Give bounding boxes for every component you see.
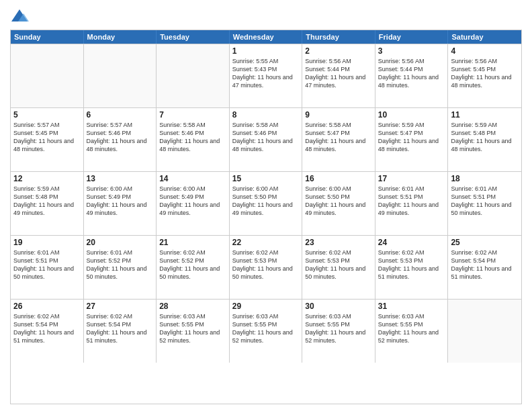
calendar-header-cell: Monday xyxy=(84,30,157,44)
day-number: 5 xyxy=(13,110,81,120)
header xyxy=(10,7,522,26)
day-number: 28 xyxy=(159,302,226,311)
calendar-day-cell: 6Sunrise: 5:57 AMSunset: 5:46 PMDaylight… xyxy=(84,108,157,171)
calendar-week-row: 1Sunrise: 5:55 AMSunset: 5:43 PMDaylight… xyxy=(11,44,521,107)
day-number: 29 xyxy=(232,302,300,311)
day-detail: Sunrise: 6:02 AMSunset: 5:53 PMDaylight:… xyxy=(232,248,300,281)
calendar-body: 1Sunrise: 5:55 AMSunset: 5:43 PMDaylight… xyxy=(11,44,521,363)
calendar-header-cell: Tuesday xyxy=(157,30,230,44)
calendar-day-cell: 11Sunrise: 5:59 AMSunset: 5:48 PMDayligh… xyxy=(448,108,521,171)
day-number: 14 xyxy=(159,174,226,183)
day-number: 13 xyxy=(87,174,154,183)
calendar-day-cell: 18Sunrise: 6:01 AMSunset: 5:51 PMDayligh… xyxy=(448,172,521,235)
calendar-day-cell: 21Sunrise: 6:02 AMSunset: 5:52 PMDayligh… xyxy=(157,236,230,299)
calendar-week-row: 5Sunrise: 5:57 AMSunset: 5:45 PMDaylight… xyxy=(11,107,521,171)
day-number: 1 xyxy=(232,46,300,56)
day-detail: Sunrise: 6:03 AMSunset: 5:55 PMDaylight:… xyxy=(232,312,300,345)
day-number: 18 xyxy=(451,174,519,183)
day-detail: Sunrise: 6:03 AMSunset: 5:55 PMDaylight:… xyxy=(305,312,372,345)
day-detail: Sunrise: 5:56 AMSunset: 5:45 PMDaylight:… xyxy=(451,57,519,90)
day-detail: Sunrise: 6:03 AMSunset: 5:55 PMDaylight:… xyxy=(159,312,226,345)
calendar-day-cell: 19Sunrise: 6:01 AMSunset: 5:51 PMDayligh… xyxy=(11,236,84,299)
day-number: 3 xyxy=(378,46,445,56)
day-detail: Sunrise: 5:57 AMSunset: 5:45 PMDaylight:… xyxy=(13,121,81,154)
day-detail: Sunrise: 6:01 AMSunset: 5:52 PMDaylight:… xyxy=(87,248,154,281)
day-number: 22 xyxy=(232,238,300,247)
day-number: 10 xyxy=(378,110,445,120)
calendar-day-cell: 17Sunrise: 6:01 AMSunset: 5:51 PMDayligh… xyxy=(375,172,449,235)
calendar-day-cell: 13Sunrise: 6:00 AMSunset: 5:49 PMDayligh… xyxy=(84,172,157,235)
calendar-day-cell: 23Sunrise: 6:02 AMSunset: 5:53 PMDayligh… xyxy=(302,236,375,299)
calendar-day-cell: 14Sunrise: 6:00 AMSunset: 5:49 PMDayligh… xyxy=(157,172,230,235)
calendar-day-cell: 24Sunrise: 6:02 AMSunset: 5:53 PMDayligh… xyxy=(375,236,449,299)
day-detail: Sunrise: 5:55 AMSunset: 5:43 PMDaylight:… xyxy=(232,57,300,90)
day-number: 27 xyxy=(87,302,154,311)
day-detail: Sunrise: 6:00 AMSunset: 5:49 PMDaylight:… xyxy=(159,185,226,218)
calendar-day-cell: 8Sunrise: 5:58 AMSunset: 5:46 PMDaylight… xyxy=(230,108,303,171)
calendar-week-row: 26Sunrise: 6:02 AMSunset: 5:54 PMDayligh… xyxy=(11,299,521,363)
calendar-day-cell: 12Sunrise: 5:59 AMSunset: 5:48 PMDayligh… xyxy=(11,172,84,235)
calendar-header-cell: Saturday xyxy=(448,30,521,44)
calendar-day-cell: 27Sunrise: 6:02 AMSunset: 5:54 PMDayligh… xyxy=(84,300,157,363)
calendar-day-cell: 31Sunrise: 6:03 AMSunset: 5:55 PMDayligh… xyxy=(375,300,449,363)
day-number: 4 xyxy=(451,46,519,56)
calendar: SundayMondayTuesdayWednesdayThursdayFrid… xyxy=(10,30,522,404)
calendar-day-cell: 22Sunrise: 6:02 AMSunset: 5:53 PMDayligh… xyxy=(230,236,303,299)
calendar-day-cell: 30Sunrise: 6:03 AMSunset: 5:55 PMDayligh… xyxy=(302,300,375,363)
day-detail: Sunrise: 6:02 AMSunset: 5:53 PMDaylight:… xyxy=(378,248,445,281)
logo-icon xyxy=(10,7,29,26)
day-number: 16 xyxy=(305,174,372,183)
calendar-day-cell: 28Sunrise: 6:03 AMSunset: 5:55 PMDayligh… xyxy=(157,300,230,363)
calendar-header-cell: Wednesday xyxy=(230,30,303,44)
calendar-day-cell: 2Sunrise: 5:56 AMSunset: 5:44 PMDaylight… xyxy=(302,44,375,107)
day-detail: Sunrise: 6:02 AMSunset: 5:52 PMDaylight:… xyxy=(159,248,226,281)
page: SundayMondayTuesdayWednesdayThursdayFrid… xyxy=(0,0,532,411)
day-detail: Sunrise: 5:56 AMSunset: 5:44 PMDaylight:… xyxy=(378,57,445,90)
calendar-header-row: SundayMondayTuesdayWednesdayThursdayFrid… xyxy=(11,30,521,44)
calendar-day-cell: 4Sunrise: 5:56 AMSunset: 5:45 PMDaylight… xyxy=(448,44,521,107)
day-number: 6 xyxy=(87,110,154,120)
day-detail: Sunrise: 5:57 AMSunset: 5:46 PMDaylight:… xyxy=(87,121,154,154)
calendar-day-cell: 10Sunrise: 5:59 AMSunset: 5:47 PMDayligh… xyxy=(375,108,449,171)
day-detail: Sunrise: 5:58 AMSunset: 5:46 PMDaylight:… xyxy=(159,121,226,154)
day-detail: Sunrise: 5:59 AMSunset: 5:48 PMDaylight:… xyxy=(451,121,519,154)
day-number: 21 xyxy=(159,238,226,247)
day-detail: Sunrise: 6:00 AMSunset: 5:49 PMDaylight:… xyxy=(87,185,154,218)
day-number: 20 xyxy=(87,238,154,247)
calendar-day-cell: 20Sunrise: 6:01 AMSunset: 5:52 PMDayligh… xyxy=(84,236,157,299)
day-number: 15 xyxy=(232,174,300,183)
calendar-day-cell: 15Sunrise: 6:00 AMSunset: 5:50 PMDayligh… xyxy=(230,172,303,235)
calendar-day-cell: 26Sunrise: 6:02 AMSunset: 5:54 PMDayligh… xyxy=(11,300,84,363)
day-number: 17 xyxy=(378,174,445,183)
calendar-day-cell xyxy=(84,44,157,107)
day-detail: Sunrise: 5:59 AMSunset: 5:47 PMDaylight:… xyxy=(378,121,445,154)
day-detail: Sunrise: 6:00 AMSunset: 5:50 PMDaylight:… xyxy=(232,185,300,218)
day-number: 25 xyxy=(451,238,519,247)
day-number: 19 xyxy=(13,238,81,247)
day-number: 30 xyxy=(305,302,372,311)
calendar-day-cell: 29Sunrise: 6:03 AMSunset: 5:55 PMDayligh… xyxy=(230,300,303,363)
day-detail: Sunrise: 6:01 AMSunset: 5:51 PMDaylight:… xyxy=(451,185,519,218)
day-detail: Sunrise: 6:02 AMSunset: 5:53 PMDaylight:… xyxy=(305,248,372,281)
day-number: 7 xyxy=(159,110,226,120)
calendar-week-row: 12Sunrise: 5:59 AMSunset: 5:48 PMDayligh… xyxy=(11,171,521,235)
day-detail: Sunrise: 5:58 AMSunset: 5:46 PMDaylight:… xyxy=(232,121,300,154)
day-detail: Sunrise: 6:00 AMSunset: 5:50 PMDaylight:… xyxy=(305,185,372,218)
day-number: 2 xyxy=(305,46,372,56)
day-detail: Sunrise: 6:02 AMSunset: 5:54 PMDaylight:… xyxy=(87,312,154,345)
day-number: 11 xyxy=(451,110,519,120)
day-detail: Sunrise: 6:02 AMSunset: 5:54 PMDaylight:… xyxy=(13,312,81,345)
calendar-header-cell: Friday xyxy=(375,30,449,44)
day-number: 23 xyxy=(305,238,372,247)
day-number: 8 xyxy=(232,110,300,120)
day-detail: Sunrise: 5:56 AMSunset: 5:44 PMDaylight:… xyxy=(305,57,372,90)
calendar-header-cell: Sunday xyxy=(11,30,84,44)
calendar-day-cell: 25Sunrise: 6:02 AMSunset: 5:54 PMDayligh… xyxy=(448,236,521,299)
calendar-day-cell xyxy=(448,300,521,363)
calendar-day-cell: 16Sunrise: 6:00 AMSunset: 5:50 PMDayligh… xyxy=(302,172,375,235)
day-detail: Sunrise: 6:01 AMSunset: 5:51 PMDaylight:… xyxy=(13,248,81,281)
day-detail: Sunrise: 5:59 AMSunset: 5:48 PMDaylight:… xyxy=(13,185,81,218)
day-detail: Sunrise: 6:03 AMSunset: 5:55 PMDaylight:… xyxy=(378,312,445,345)
calendar-week-row: 19Sunrise: 6:01 AMSunset: 5:51 PMDayligh… xyxy=(11,235,521,299)
day-detail: Sunrise: 5:58 AMSunset: 5:47 PMDaylight:… xyxy=(305,121,372,154)
